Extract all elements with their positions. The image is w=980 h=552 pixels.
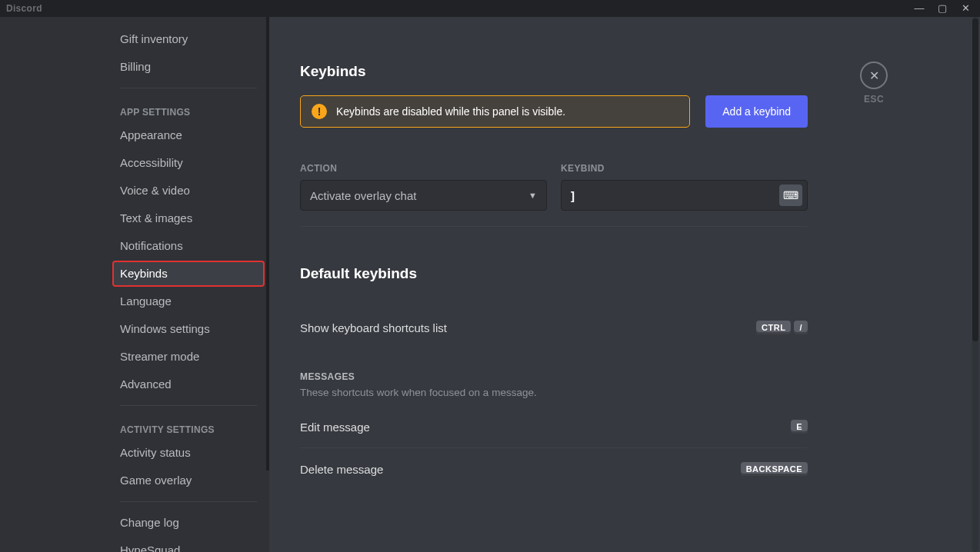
close-icon: ✕ xyxy=(869,68,879,83)
keybind-label: KEYBIND xyxy=(561,163,808,174)
keybind-row-label: Show keyboard shortcuts list xyxy=(300,321,447,334)
window-close-icon[interactable]: ✕ xyxy=(958,0,972,17)
key-badge: / xyxy=(794,321,808,334)
keybind-value: ] xyxy=(571,189,575,202)
sidebar-item-hypesquad[interactable]: HypeSquad xyxy=(112,537,265,552)
keybind-row-label: Delete message xyxy=(300,463,383,476)
page-title: Keybinds xyxy=(300,63,808,80)
key-badge: CTRL xyxy=(756,321,791,334)
warning-banner: ! Keybinds are disabled while this panel… xyxy=(300,95,690,128)
sidebar-item-change-log[interactable]: Change log xyxy=(112,510,265,536)
window-minimize-icon[interactable]: — xyxy=(912,0,926,17)
close-settings: ✕ ESC xyxy=(860,62,888,105)
nav-section-header: ACTIVITY SETTINGS xyxy=(112,414,265,438)
sidebar-item-accessibility[interactable]: Accessibility xyxy=(112,150,265,176)
close-button[interactable]: ✕ xyxy=(860,62,888,89)
sidebar-item-notifications[interactable]: Notifications xyxy=(112,233,265,259)
divider xyxy=(300,226,808,227)
keyboard-record-button[interactable]: ⌨ xyxy=(779,185,802,206)
keybind-row-keys: E xyxy=(791,420,808,434)
action-label: ACTION xyxy=(300,163,547,174)
sidebar-item-text-images[interactable]: Text & images xyxy=(112,205,265,231)
sidebar-item-keybinds[interactable]: Keybinds xyxy=(112,261,265,287)
window-controls: — ▢ ✕ xyxy=(912,0,980,17)
keybinds-top-row: ! Keybinds are disabled while this panel… xyxy=(300,95,808,128)
warning-text: Keybinds are disabled while this panel i… xyxy=(336,105,565,118)
action-select-value: Activate overlay chat xyxy=(310,189,416,202)
settings-content: ✕ ESC Keybinds ! Keybinds are disabled w… xyxy=(269,17,980,552)
nav-section-header: APP SETTINGS xyxy=(112,96,265,121)
sidebar-item-voice-video[interactable]: Voice & video xyxy=(112,178,265,204)
warning-icon: ! xyxy=(312,104,327,119)
nav-divider xyxy=(120,88,257,88)
key-badge: BACKSPACE xyxy=(741,462,808,476)
messages-subsection: MESSAGES These shortcuts work when focus… xyxy=(300,371,808,490)
keybind-edit-row: ACTION Activate overlay chat ▼ KEYBIND ]… xyxy=(300,163,808,211)
content-scrollbar-thumb[interactable] xyxy=(972,18,978,341)
keyboard-icon: ⌨ xyxy=(783,189,798,201)
sidebar-item-game-overlay[interactable]: Game overlay xyxy=(112,467,265,494)
settings-sidebar: Gift inventoryBillingAPP SETTINGSAppeara… xyxy=(0,17,269,552)
sidebar-item-gift-inventory[interactable]: Gift inventory xyxy=(112,26,265,52)
key-badge: E xyxy=(791,420,808,434)
app-body: Gift inventoryBillingAPP SETTINGSAppeara… xyxy=(0,17,980,552)
window-maximize-icon[interactable]: ▢ xyxy=(935,0,949,17)
messages-header: MESSAGES xyxy=(300,371,808,382)
sidebar-item-activity-status[interactable]: Activity status xyxy=(112,440,265,466)
keybind-input[interactable]: ] ⌨ xyxy=(561,180,808,211)
esc-label: ESC xyxy=(864,94,884,105)
chevron-down-icon: ▼ xyxy=(528,191,537,200)
action-select[interactable]: Activate overlay chat ▼ xyxy=(300,180,547,211)
sidebar-item-windows-settings[interactable]: Windows settings xyxy=(112,316,265,342)
keybind-row: Show keyboard shortcuts listCTRL/ xyxy=(300,307,808,348)
default-keybinds-title: Default keybinds xyxy=(300,265,808,282)
sidebar-item-appearance[interactable]: Appearance xyxy=(112,122,265,148)
keybind-row: Delete messageBACKSPACE xyxy=(300,447,808,490)
messages-desc: These shortcuts work when focused on a m… xyxy=(300,387,808,398)
sidebar-item-billing[interactable]: Billing xyxy=(112,54,265,80)
sidebar-item-advanced[interactable]: Advanced xyxy=(112,371,265,397)
keybind-row-keys: CTRL/ xyxy=(756,321,808,334)
sidebar-item-streamer-mode[interactable]: Streamer mode xyxy=(112,344,265,370)
keybind-row-keys: BACKSPACE xyxy=(741,462,808,476)
nav-divider xyxy=(120,501,257,502)
sidebar-item-language[interactable]: Language xyxy=(112,288,265,314)
keybind-row: Edit messageE xyxy=(300,406,808,447)
add-keybind-button[interactable]: Add a keybind xyxy=(705,95,808,128)
keybind-row-label: Edit message xyxy=(300,421,370,434)
titlebar: Discord — ▢ ✕ xyxy=(0,0,980,17)
app-brand: Discord xyxy=(6,3,42,14)
nav-divider xyxy=(120,405,257,406)
